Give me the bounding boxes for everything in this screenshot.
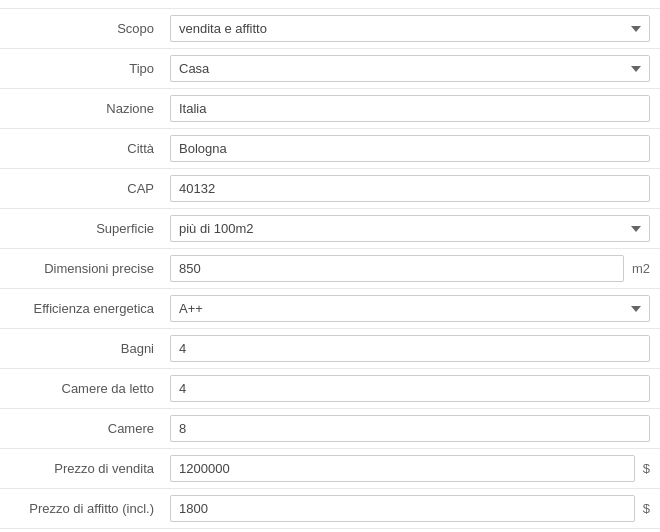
- input-col-prezzo-affitto-incl: $: [170, 495, 650, 522]
- input-col-tipo: CasaAppartamentoVilla: [170, 55, 650, 82]
- input-col-superficie: più di 100m2fino a 50m250-100m2: [170, 215, 650, 242]
- label-nazione: Nazione: [10, 101, 170, 116]
- input-col-camere: [170, 415, 650, 442]
- label-dimensioni: Dimensioni precise: [10, 261, 170, 276]
- input-citta[interactable]: [170, 135, 650, 162]
- label-prezzo-vendita: Prezzo di vendita: [10, 461, 170, 476]
- input-prezzo-affitto-incl[interactable]: [170, 495, 635, 522]
- input-camere-letto[interactable]: [170, 375, 650, 402]
- label-camere-letto: Camere da letto: [10, 381, 170, 396]
- form-row-dimensioni: Dimensioni precisem2: [0, 249, 660, 289]
- input-unit-wrapper-prezzo-affitto-incl: $: [170, 495, 650, 522]
- form-row-scopo: Scopovendita e affittovenditaaffitto: [0, 8, 660, 49]
- label-prezzo-affitto-incl: Prezzo di affitto (incl.): [10, 501, 170, 516]
- select-tipo[interactable]: CasaAppartamentoVilla: [170, 55, 650, 82]
- select-superficie[interactable]: più di 100m2fino a 50m250-100m2: [170, 215, 650, 242]
- form-row-efficienza: Efficienza energeticaA++A+ABCDEFG: [0, 289, 660, 329]
- input-col-cap: [170, 175, 650, 202]
- property-form: Scopovendita e affittovenditaaffittoTipo…: [0, 0, 660, 532]
- input-dimensioni[interactable]: [170, 255, 624, 282]
- form-row-prezzo-vendita: Prezzo di vendita$: [0, 449, 660, 489]
- form-row-prezzo-affitto-incl: Prezzo di affitto (incl.)$: [0, 489, 660, 529]
- form-row-cap: CAP: [0, 169, 660, 209]
- select-scopo[interactable]: vendita e affittovenditaaffitto: [170, 15, 650, 42]
- label-citta: Città: [10, 141, 170, 156]
- input-unit-wrapper-dimensioni: m2: [170, 255, 650, 282]
- form-row-tipo: TipoCasaAppartamentoVilla: [0, 49, 660, 89]
- input-nazione[interactable]: [170, 95, 650, 122]
- label-tipo: Tipo: [10, 61, 170, 76]
- unit-prezzo-vendita: $: [643, 461, 650, 476]
- input-col-dimensioni: m2: [170, 255, 650, 282]
- input-col-scopo: vendita e affittovenditaaffitto: [170, 15, 650, 42]
- input-prezzo-vendita[interactable]: [170, 455, 635, 482]
- unit-dimensioni: m2: [632, 261, 650, 276]
- input-bagni[interactable]: [170, 335, 650, 362]
- label-superficie: Superficie: [10, 221, 170, 236]
- input-cap[interactable]: [170, 175, 650, 202]
- form-row-nazione: Nazione: [0, 89, 660, 129]
- select-efficienza[interactable]: A++A+ABCDEFG: [170, 295, 650, 322]
- input-unit-wrapper-prezzo-vendita: $: [170, 455, 650, 482]
- input-col-camere-letto: [170, 375, 650, 402]
- input-col-nazione: [170, 95, 650, 122]
- label-cap: CAP: [10, 181, 170, 196]
- unit-prezzo-affitto-incl: $: [643, 501, 650, 516]
- form-row-camere: Camere: [0, 409, 660, 449]
- input-col-efficienza: A++A+ABCDEFG: [170, 295, 650, 322]
- input-camere[interactable]: [170, 415, 650, 442]
- input-col-prezzo-vendita: $: [170, 455, 650, 482]
- label-efficienza: Efficienza energetica: [10, 301, 170, 316]
- input-col-bagni: [170, 335, 650, 362]
- input-col-citta: [170, 135, 650, 162]
- form-row-camere-letto: Camere da letto: [0, 369, 660, 409]
- label-scopo: Scopo: [10, 21, 170, 36]
- form-row-citta: Città: [0, 129, 660, 169]
- form-row-bagni: Bagni: [0, 329, 660, 369]
- label-bagni: Bagni: [10, 341, 170, 356]
- form-row-superficie: Superficiepiù di 100m2fino a 50m250-100m…: [0, 209, 660, 249]
- label-camere: Camere: [10, 421, 170, 436]
